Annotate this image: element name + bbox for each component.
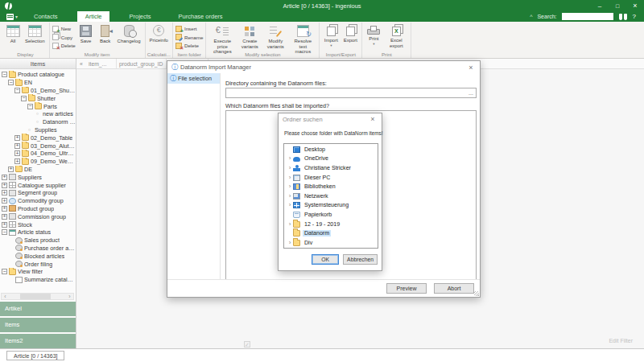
expander-icon[interactable]: [8, 167, 14, 172]
folder-item-dieser-pc[interactable]: Dieser PC: [284, 173, 378, 183]
tab-projects[interactable]: Projects: [121, 11, 159, 22]
chevron-right-icon[interactable]: [287, 240, 293, 246]
tree-item-purchase-order-article[interactable]: Purchase order article: [0, 245, 76, 253]
tree-item-article-status[interactable]: Article status: [0, 228, 76, 237]
resize-grip[interactable]: [474, 291, 479, 296]
expander-icon[interactable]: [2, 229, 7, 235]
close-icon[interactable]: [368, 115, 378, 123]
edit-filter-link[interactable]: Edit Filter: [609, 338, 633, 343]
expander-icon[interactable]: [2, 214, 7, 220]
collapse-sidebar-icon[interactable]: [76, 61, 86, 67]
sidebar-horizontal-scrollbar[interactable]: ‹ ›: [1, 293, 74, 300]
all-button[interactable]: All: [4, 23, 22, 45]
tree-item-commission-group[interactable]: Commission group: [0, 212, 76, 220]
tree-item-en[interactable]: EN: [0, 79, 76, 87]
resolve-text-macros-button[interactable]: Resolve text macros: [289, 23, 316, 56]
tree-item-catalogue-supplier[interactable]: Catalogue supplier: [0, 181, 76, 189]
summarize-catalogue-checkbox[interactable]: [15, 277, 23, 283]
sidebar-panel-items2[interactable]: Items2: [0, 334, 76, 348]
expander-icon[interactable]: [2, 222, 7, 228]
cancel-button[interactable]: Abbrechen: [343, 254, 378, 265]
nav-item-file-selection[interactable]: File selection: [167, 73, 220, 84]
sidebar-panel-items[interactable]: Items: [0, 318, 76, 332]
chevron-right-icon[interactable]: [287, 183, 293, 190]
expander-icon[interactable]: [2, 190, 7, 195]
expander-icon[interactable]: [14, 143, 20, 149]
folder-item-systemsteuerung[interactable]: Systemsteuerung: [284, 201, 378, 211]
tree-item-view-filter[interactable]: View filter: [0, 268, 76, 276]
chevron-right-icon[interactable]: [287, 155, 293, 162]
folder-item-papierkorb[interactable]: Papierkorb: [284, 210, 378, 220]
folder-item-user[interactable]: Christiane Stricker: [284, 163, 378, 173]
bottom-tab-article[interactable]: Article [0 / 14363]: [6, 351, 64, 360]
tree-item-parts[interactable]: Parts: [0, 102, 76, 110]
column-header[interactable]: product_group_ID: [117, 59, 167, 68]
expander-icon[interactable]: [27, 104, 33, 109]
copy-button[interactable]: Copy: [52, 34, 76, 41]
tree-item-stock[interactable]: Stock: [0, 220, 76, 228]
changelog-button[interactable]: Changelog: [116, 23, 142, 45]
tree-item-product-catalogue[interactable]: Product catalogue: [0, 71, 76, 79]
tree-item-order-filing[interactable]: Order filing: [0, 260, 76, 268]
folder-item-onedrive[interactable]: OneDrive: [284, 154, 378, 164]
tab-article[interactable]: Article: [77, 11, 110, 22]
expander-icon[interactable]: [2, 175, 7, 180]
expander-icon[interactable]: [14, 150, 20, 156]
column-header[interactable]: item_...: [86, 59, 117, 68]
selection-button[interactable]: Selection: [23, 23, 47, 45]
expander-icon[interactable]: [2, 72, 7, 77]
expander-icon[interactable]: [2, 269, 7, 274]
tree-item-datanorm-import[interactable]: Datanorm import: [0, 118, 76, 126]
help-icon[interactable]: ?: [633, 13, 636, 20]
new-button[interactable]: New: [52, 25, 76, 32]
expander-icon[interactable]: [2, 183, 7, 188]
abort-button[interactable]: Abort: [434, 283, 474, 294]
tree-item-shutter[interactable]: Shutter: [0, 94, 76, 102]
chevron-right-icon[interactable]: [287, 175, 293, 181]
expander-icon[interactable]: [2, 206, 7, 212]
folder-item-datanorm-selected[interactable]: Datanorm: [284, 228, 378, 238]
scroll-left-icon[interactable]: ‹: [2, 294, 9, 299]
chevron-right-icon[interactable]: [287, 193, 293, 200]
app-menu-button[interactable]: [6, 11, 18, 22]
tree-item-de[interactable]: DE: [0, 166, 76, 174]
tree-item-new-articles[interactable]: new articles: [0, 110, 76, 118]
folder-item-netzwerk[interactable]: Netzwerk: [284, 191, 378, 201]
tree-item-segment-group[interactable]: Segment group: [0, 189, 76, 197]
expander-icon[interactable]: [14, 135, 20, 141]
tree-item-supplies[interactable]: Supplies: [0, 126, 76, 134]
folder-item-bibliotheken[interactable]: Bibliotheken: [284, 182, 378, 191]
expander-icon[interactable]: [8, 80, 14, 85]
priceinfo-button[interactable]: Priceinfo: [148, 23, 170, 44]
tab-contacts[interactable]: Contacts: [26, 11, 66, 22]
modify-variants-button[interactable]: Modify variants: [263, 23, 287, 50]
browse-button[interactable]: ...: [466, 90, 476, 96]
folder-item-12-19-2019[interactable]: 12 - 19 - 2019: [284, 220, 378, 229]
tree-item-03-demo-alutech[interactable]: 03_Demo_Alutech: [0, 142, 76, 150]
directory-input[interactable]: [226, 90, 466, 96]
scrollbar-thumb[interactable]: [20, 294, 51, 299]
print-button[interactable]: Print: [365, 23, 382, 47]
minimize-icon[interactable]: [591, 0, 609, 11]
delete-folder-button[interactable]: Delete: [175, 42, 203, 49]
tree-item-09-demo-webcontrols[interactable]: 09_Demo_Webcontrols: [0, 158, 76, 166]
delete-button[interactable]: Delete: [52, 42, 76, 49]
tree-item-04-demo-ultralite-doors[interactable]: 04_Demo_Ultralite-Doors: [0, 150, 76, 158]
chevron-right-icon[interactable]: [287, 165, 293, 171]
tree-item-blocked-articles[interactable]: Blocked articles: [0, 252, 76, 260]
collapse-ribbon-icon[interactable]: [530, 14, 532, 19]
chevron-right-icon[interactable]: [287, 202, 293, 208]
import-button[interactable]: Import: [322, 23, 340, 49]
back-button[interactable]: Back: [97, 23, 114, 45]
insert-folder-button[interactable]: Insert: [175, 25, 203, 32]
folder-item-desktop[interactable]: Desktop: [284, 145, 378, 154]
create-variants-button[interactable]: Create variants: [237, 23, 262, 50]
rename-folder-button[interactable]: Rename: [175, 34, 203, 41]
tree-item-suppliers[interactable]: Suppliers: [0, 173, 76, 181]
preview-button[interactable]: Preview: [386, 283, 427, 294]
sidebar-panel-artikel[interactable]: Artikel: [0, 302, 76, 316]
close-icon[interactable]: [626, 0, 644, 11]
filter-checkbox[interactable]: [244, 341, 250, 348]
tree-item-01-demo-shutter[interactable]: 01_Demo_Shutter: [0, 87, 76, 95]
excel-export-button[interactable]: Excel export: [384, 23, 408, 49]
